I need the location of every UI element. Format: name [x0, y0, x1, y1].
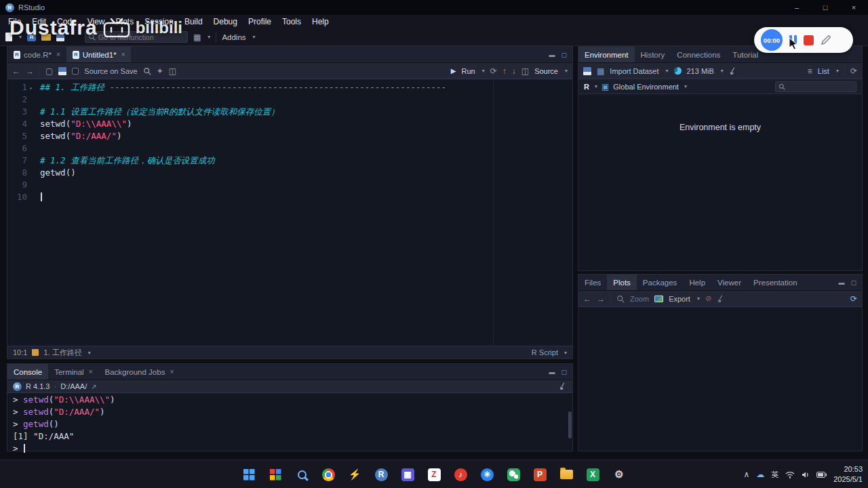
- hidden-icons-chevron[interactable]: ∧: [743, 470, 749, 479]
- taskbar-powerpoint-button[interactable]: P: [528, 463, 551, 486]
- menu-plots[interactable]: Plots: [111, 17, 140, 26]
- taskbar-search-button[interactable]: [290, 463, 313, 486]
- menu-edit[interactable]: Edit: [26, 17, 52, 26]
- files-tab-plots[interactable]: Plots: [607, 274, 637, 290]
- source-dropdown-icon[interactable]: ▾: [565, 68, 568, 74]
- files-tab-packages[interactable]: Packages: [637, 274, 684, 290]
- maximize-pane-icon[interactable]: ▢: [561, 52, 567, 58]
- source-tab-untitled1-[interactable]: RUntitled1*×: [66, 47, 132, 62]
- run-next-icon[interactable]: ↓: [512, 66, 516, 76]
- memory-usage-label[interactable]: 213 MiB: [687, 67, 714, 75]
- input-language[interactable]: 英: [771, 470, 778, 480]
- taskbar-chrome-button[interactable]: [317, 463, 340, 486]
- files-tab-help[interactable]: Help: [683, 274, 711, 290]
- environment-dropdown-icon[interactable]: ▾: [684, 83, 687, 89]
- file-type-dropdown-icon[interactable]: ▾: [564, 350, 567, 356]
- console-output[interactable]: > setwd("D:\\AAA\\")> setwd("D:/AAA/")> …: [7, 393, 572, 455]
- clear-console-icon[interactable]: [559, 382, 567, 390]
- file-type-label[interactable]: R Script: [532, 348, 558, 357]
- minimize-pane-icon[interactable]: ▬: [549, 369, 555, 375]
- source-on-save-checkbox[interactable]: [72, 68, 79, 75]
- close-icon[interactable]: ×: [89, 368, 93, 375]
- new-project-icon[interactable]: R: [27, 33, 36, 41]
- cloud-icon[interactable]: ☁: [756, 470, 764, 479]
- console-tab-background-jobs[interactable]: Background Jobs×: [99, 364, 180, 380]
- menu-build[interactable]: Build: [179, 17, 208, 26]
- taskbar-wechat-button[interactable]: [502, 463, 525, 486]
- maximize-pane-icon[interactable]: ▢: [561, 369, 567, 375]
- workspace-panes-icon[interactable]: ▦: [193, 33, 201, 42]
- taskbar-widgets-button[interactable]: [264, 463, 287, 486]
- new-file-dropdown-icon[interactable]: ▾: [19, 34, 22, 40]
- taskbar-purple-app-button[interactable]: ▦: [396, 463, 419, 486]
- next-plot-icon[interactable]: →: [597, 294, 605, 304]
- section-dropdown-icon[interactable]: ▾: [88, 350, 91, 356]
- remove-plot-icon[interactable]: ⊘: [705, 294, 711, 303]
- memory-dropdown-icon[interactable]: ▾: [721, 68, 724, 74]
- environment-tab-history[interactable]: History: [635, 47, 671, 62]
- open-file-icon[interactable]: [41, 34, 51, 41]
- import-dataset-button[interactable]: Import Dataset: [610, 67, 658, 75]
- clear-plots-icon[interactable]: [717, 295, 725, 303]
- taskbar-file-explorer-button[interactable]: [555, 463, 578, 486]
- goto-file-input[interactable]: [98, 33, 184, 41]
- close-icon[interactable]: ×: [56, 51, 60, 58]
- forward-icon[interactable]: →: [26, 66, 34, 76]
- close-icon[interactable]: ×: [170, 368, 174, 375]
- list-view-button[interactable]: List: [818, 67, 829, 75]
- save-source-icon[interactable]: [58, 67, 66, 75]
- console-scrollbar[interactable]: [568, 411, 572, 439]
- save-icon[interactable]: [56, 33, 64, 41]
- clear-environment-icon[interactable]: [729, 67, 737, 75]
- console-tab-terminal[interactable]: Terminal×: [48, 364, 98, 380]
- popout-icon[interactable]: ▢: [45, 66, 53, 76]
- addins-button[interactable]: Addins: [222, 33, 245, 41]
- panes-dropdown-icon[interactable]: ▾: [208, 34, 210, 40]
- load-workspace-icon[interactable]: [583, 67, 591, 75]
- console-tab-console[interactable]: Console: [7, 364, 48, 380]
- menu-profile[interactable]: Profile: [243, 17, 277, 26]
- menu-code[interactable]: Code: [52, 17, 82, 26]
- minimize-button[interactable]: –: [783, 0, 811, 15]
- wifi-icon[interactable]: [785, 471, 795, 479]
- refresh-icon[interactable]: ⟳: [850, 294, 857, 304]
- minimize-pane-icon[interactable]: ▬: [838, 279, 844, 286]
- files-tab-viewer[interactable]: Viewer: [711, 274, 747, 290]
- taskbar-zhihu-button[interactable]: Z: [422, 463, 446, 486]
- language-selector[interactable]: R: [584, 83, 589, 91]
- previous-plot-icon[interactable]: ←: [583, 294, 591, 304]
- run-dropdown-icon[interactable]: ▾: [482, 68, 485, 74]
- section-label[interactable]: 1. 工作路径: [43, 348, 81, 358]
- taskbar-excel-button[interactable]: X: [581, 463, 604, 486]
- run-icon[interactable]: ▶: [451, 67, 456, 75]
- files-tab-presentation[interactable]: Presentation: [747, 274, 804, 290]
- minimize-pane-icon[interactable]: ▬: [549, 52, 555, 58]
- refresh-icon[interactable]: ⟳: [850, 66, 857, 76]
- clock[interactable]: 20:53 2025/5/1: [833, 464, 863, 485]
- back-icon[interactable]: ←: [12, 66, 20, 76]
- battery-icon[interactable]: [816, 472, 827, 478]
- open-directory-icon[interactable]: ↗: [91, 383, 96, 390]
- list-dropdown-icon[interactable]: ▾: [836, 68, 839, 74]
- maximize-pane-icon[interactable]: ▢: [850, 279, 856, 286]
- export-button[interactable]: Export: [669, 295, 690, 303]
- close-button[interactable]: ×: [840, 0, 868, 15]
- compile-report-icon[interactable]: ◫: [169, 66, 176, 76]
- taskbar-settings-button[interactable]: ⚙: [608, 463, 631, 486]
- taskbar-start-button[interactable]: [237, 463, 260, 486]
- code-tools-icon[interactable]: ✦: [157, 66, 163, 76]
- working-directory[interactable]: D:/AAA/: [60, 382, 87, 390]
- menu-session[interactable]: Session: [139, 17, 179, 26]
- addins-dropdown-icon[interactable]: ▾: [253, 34, 256, 40]
- run-button[interactable]: Run: [462, 67, 475, 75]
- annotate-pencil-icon[interactable]: [821, 35, 831, 45]
- menu-tools[interactable]: Tools: [277, 17, 307, 26]
- run-previous-icon[interactable]: ↑: [502, 66, 507, 76]
- export-dropdown-icon[interactable]: ▾: [697, 296, 700, 302]
- source-tab-code-r-[interactable]: Rcode.R*×: [7, 47, 66, 62]
- environment-search-input[interactable]: [788, 83, 853, 91]
- volume-icon[interactable]: [802, 471, 810, 479]
- menu-file[interactable]: File: [3, 17, 26, 26]
- import-dropdown-icon[interactable]: ▾: [665, 68, 668, 74]
- language-dropdown-icon[interactable]: ▾: [595, 83, 597, 89]
